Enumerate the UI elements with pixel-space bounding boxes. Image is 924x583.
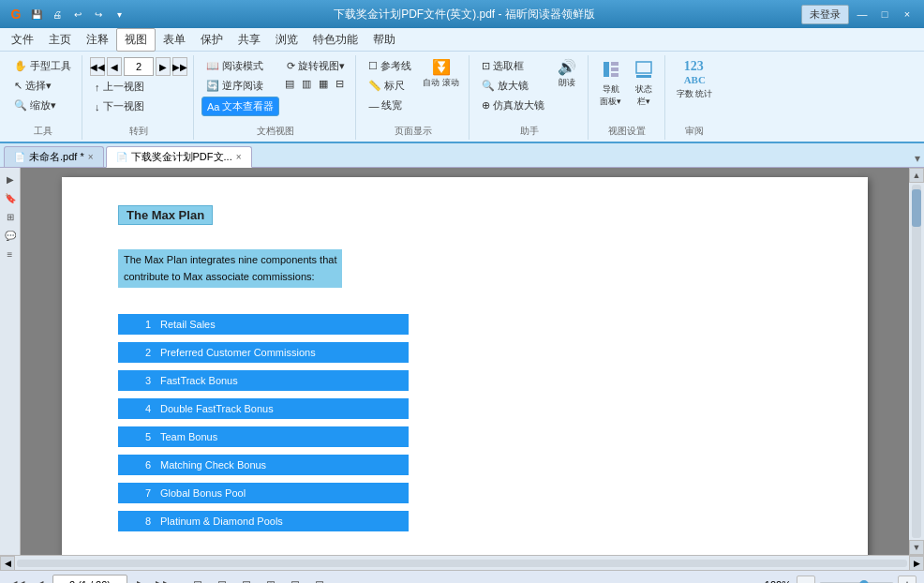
status-page-input[interactable] xyxy=(52,575,127,584)
wordcount-button[interactable]: 123ABC 字数 统计 xyxy=(673,57,717,103)
prev-view-button[interactable]: ↑ 选取框 上一视图 xyxy=(90,78,187,96)
handtool-button[interactable]: ✋ 手型工具 xyxy=(9,57,76,75)
tab-label-2: 下载奖金计划PDF文... xyxy=(131,150,232,164)
simzoom-button[interactable]: ⊕ 仿真放大镜 xyxy=(477,97,549,114)
scroll-left-button[interactable]: ◀ xyxy=(0,556,15,571)
minimize-button[interactable]: — xyxy=(853,6,872,22)
status-icon-3[interactable]: ⊟ xyxy=(236,575,257,584)
assistant-label: 助手 xyxy=(520,123,539,140)
zoom-minus-button[interactable]: — xyxy=(797,576,815,584)
save-icon[interactable]: 💾 xyxy=(28,6,45,22)
sidebar-thumb-icon[interactable]: ⊞ xyxy=(3,209,18,224)
status-icon-6[interactable]: ⊟ xyxy=(309,575,330,584)
status-icon-5[interactable]: ⊟ xyxy=(285,575,306,584)
layout1-button[interactable]: ▤ xyxy=(282,77,297,91)
sidebar-bookmark-icon[interactable]: 🔖 xyxy=(3,190,18,205)
status-bar-button[interactable]: 状态 栏▾ xyxy=(629,57,659,111)
scroll-right-button[interactable]: ▶ xyxy=(909,556,924,571)
tab-close-2[interactable]: × xyxy=(236,152,242,162)
menu-form[interactable]: 表单 xyxy=(156,29,193,51)
status-icons: ⊟ ⊟ ⊟ ⊞ ⊟ ⊟ xyxy=(187,575,330,584)
scroll-up-button[interactable]: ▲ xyxy=(909,168,924,183)
menu-file[interactable]: 文件 xyxy=(4,29,41,51)
menu-home[interactable]: 主页 xyxy=(41,29,79,51)
h-scroll-track[interactable] xyxy=(17,560,907,567)
status-icon-1[interactable]: ⊟ xyxy=(187,575,208,584)
read-mode-button[interactable]: 📖 阅读模式 xyxy=(201,57,279,75)
close-button[interactable]: × xyxy=(898,6,917,22)
rotate-view-button[interactable]: ⟳ 旋转视图▾ xyxy=(282,57,350,75)
menu-features[interactable]: 特色功能 xyxy=(306,29,365,51)
list-num: 4 xyxy=(127,403,151,414)
text-viewer-button[interactable]: Aa 文本查看器 xyxy=(201,97,279,116)
tab-close-1[interactable]: × xyxy=(88,152,94,162)
select-icon: ↖ xyxy=(14,80,22,92)
svg-rect-1 xyxy=(611,62,618,66)
menu-help[interactable]: 帮助 xyxy=(365,29,403,51)
status-prev-page[interactable]: ◀ xyxy=(30,576,49,584)
layout4-button[interactable]: ⊟ xyxy=(333,77,347,91)
page-number-input[interactable] xyxy=(124,57,154,76)
next-page-button[interactable]: ▶ xyxy=(156,57,171,76)
ribbon-group-docview: 📖 阅读模式 🔄 逆序阅读 Aa 文本查看器 ⟳ 旋转视图▾ ▤ xyxy=(196,55,356,140)
tabs-more-button[interactable]: ▾ xyxy=(915,152,920,165)
status-next-page[interactable]: ▶ xyxy=(131,576,150,584)
pagedisplay-content: ☐ 参考线 📏 标尺 — 线宽 ⏬ 自动 滚动 xyxy=(364,55,463,123)
pdf-area: The Max Plan The Max Plan integrates nin… xyxy=(21,168,909,555)
next-view-button[interactable]: ↓ 下一视图 xyxy=(90,97,187,115)
maximize-button[interactable]: □ xyxy=(875,6,894,22)
magnifier-button[interactable]: 🔍 放大镜 xyxy=(477,77,549,95)
menu-view[interactable]: 视图 xyxy=(116,28,156,52)
reference-line-button[interactable]: ☐ 参考线 xyxy=(364,57,416,75)
sidebar-annot-icon[interactable]: 💬 xyxy=(3,228,18,243)
layout3-button[interactable]: ▦ xyxy=(316,77,331,91)
tabs-bar: 📄 未命名.pdf * × 📄 下载奖金计划PDF文... × ▾ xyxy=(0,143,924,168)
read-aloud-button[interactable]: 🔊 朗读 xyxy=(552,57,582,92)
status-icon-4[interactable]: ⊞ xyxy=(261,575,281,584)
first-page-button[interactable]: ◀◀ xyxy=(90,57,105,76)
nav-panel-button[interactable]: 导航 面板▾ xyxy=(596,57,626,111)
status-first-page[interactable]: ◀◀ xyxy=(7,576,26,584)
menu-protect[interactable]: 保护 xyxy=(193,29,231,51)
selectbox-button[interactable]: ⊡ 选取框 xyxy=(477,57,549,75)
login-button[interactable]: 未登录 xyxy=(801,5,849,24)
menu-comment[interactable]: 注释 xyxy=(79,29,116,51)
nav-panel-icon xyxy=(602,60,620,82)
select-button[interactable]: ↖ 选择▾ xyxy=(9,77,76,95)
last-page-button[interactable]: ▶▶ xyxy=(172,57,187,76)
ruler-button[interactable]: 📏 标尺 xyxy=(364,77,416,95)
menu-bar: 文件 主页 注释 视图 表单 保护 共享 浏览 特色功能 帮助 xyxy=(0,28,924,52)
menu-share[interactable]: 共享 xyxy=(231,29,268,51)
reverse-read-button[interactable]: 🔄 逆序阅读 xyxy=(201,77,279,95)
autoscroll-button[interactable]: ⏬ 自动 滚动 xyxy=(419,57,463,92)
prev-page-button[interactable]: ◀ xyxy=(107,57,122,76)
layout2-button[interactable]: ▥ xyxy=(299,77,314,91)
viewsettings-content: 导航 面板▾ 状态 栏▾ xyxy=(596,55,659,123)
pdf-list: 1Retail Sales2Preferred Customer Commiss… xyxy=(118,314,830,531)
reference-line-icon: ☐ xyxy=(368,60,378,72)
redo-icon[interactable]: ↪ xyxy=(90,6,107,22)
linewidth-button[interactable]: — 线宽 xyxy=(364,97,416,114)
qa-more-icon[interactable]: ▾ xyxy=(111,6,127,22)
scroll-track[interactable] xyxy=(912,185,921,538)
tab-download[interactable]: 📄 下载奖金计划PDF文... × xyxy=(106,146,252,168)
nav-controls: ◀◀ ◀ ▶ ▶▶ xyxy=(90,57,187,76)
zoom-button[interactable]: 🔍 缩放▾ xyxy=(9,97,76,114)
status-icon-2[interactable]: ⊟ xyxy=(212,575,232,584)
status-last-page[interactable]: ▶▶ xyxy=(154,576,172,584)
menu-browse[interactable]: 浏览 xyxy=(268,29,306,51)
title-bar-left: G 💾 🖨 ↩ ↪ ▾ xyxy=(7,6,127,22)
zoom-slider-thumb[interactable] xyxy=(859,580,869,584)
sidebar-layer-icon[interactable]: ≡ xyxy=(3,247,18,262)
sidebar-nav-icon[interactable]: ▶ xyxy=(3,172,18,187)
zoom-plus-button[interactable]: + xyxy=(898,576,917,584)
tab-unnamed[interactable]: 📄 未命名.pdf * × xyxy=(4,146,104,167)
scroll-down-button[interactable]: ▼ xyxy=(909,540,924,555)
undo-icon[interactable]: ↩ xyxy=(69,6,86,22)
print-icon[interactable]: 🖨 xyxy=(49,6,66,22)
list-num: 5 xyxy=(127,431,151,442)
scroll-thumb[interactable] xyxy=(912,189,921,227)
selectbox-icon: ⊡ xyxy=(482,60,490,72)
tools-label: 工具 xyxy=(34,123,52,140)
ribbon-group-review: 123ABC 字数 统计 审阅 xyxy=(667,55,723,140)
